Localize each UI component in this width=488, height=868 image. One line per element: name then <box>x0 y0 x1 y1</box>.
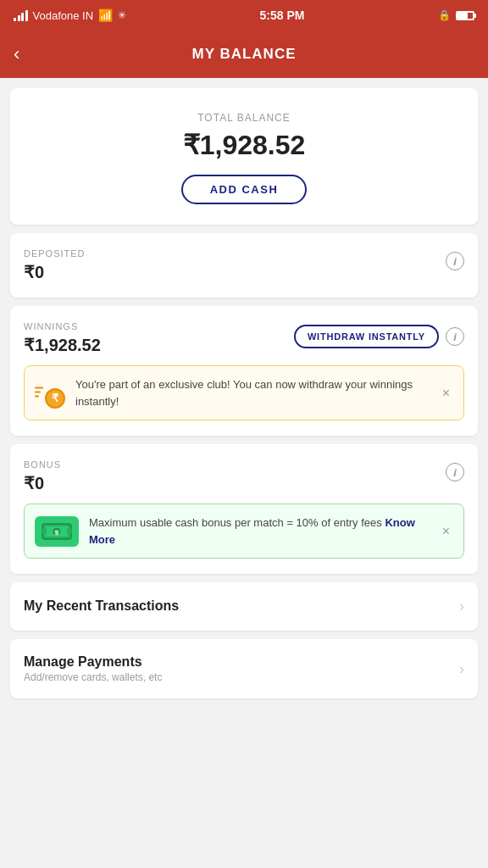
status-bar-time: 5:58 PM <box>260 8 305 22</box>
status-bar: Vodafone IN 📶 ✳ 5:58 PM 🔒 <box>0 0 488 31</box>
recent-transactions-title: My Recent Transactions <box>24 598 179 614</box>
back-button[interactable]: ‹ <box>14 43 47 65</box>
winnings-section: WINNINGS ₹1,928.52 WITHDRAW INSTANTLY i … <box>10 306 478 436</box>
manage-payments-arrow: › <box>459 660 464 678</box>
battery-icon <box>456 11 474 20</box>
winnings-amount: ₹1,928.52 <box>24 335 101 355</box>
bonus-promo-text: Maximum usable cash bonus per match = 10… <box>89 515 429 548</box>
status-bar-left: Vodafone IN 📶 ✳ <box>14 8 126 22</box>
deposited-info-icon[interactable]: i <box>446 252 464 270</box>
winnings-promo-text: You're part of an exclusive club! You ca… <box>75 376 429 409</box>
winnings-promo-banner: ₹ You're part of an exclusive club! You … <box>24 365 464 420</box>
bonus-info-icon[interactable]: i <box>446 463 464 481</box>
lock-icon: 🔒 <box>438 9 451 21</box>
activity-icon: ✳ <box>118 9 126 21</box>
recent-transactions-item[interactable]: My Recent Transactions › <box>10 582 478 631</box>
deposited-section: DEPOSITED ₹0 i <box>10 233 478 298</box>
bonus-promo-banner: $ Maximum usable cash bonus per match = … <box>24 504 464 559</box>
bonus-promo-close-button[interactable]: × <box>439 522 453 541</box>
total-balance-amount: ₹1,928.52 <box>27 129 461 161</box>
svg-rect-5 <box>67 528 71 535</box>
winnings-promo-close-button[interactable]: × <box>439 384 453 403</box>
add-cash-button[interactable]: ADD CASH <box>181 175 308 204</box>
carrier-label: Vodafone IN <box>33 9 94 22</box>
deposited-label: DEPOSITED <box>24 248 86 259</box>
winnings-info: WINNINGS ₹1,928.52 <box>24 321 101 355</box>
bonus-amount: ₹0 <box>24 473 61 493</box>
total-balance-label: TOTAL BALANCE <box>27 112 461 124</box>
main-content: TOTAL BALANCE ₹1,928.52 ADD CASH DEPOSIT… <box>0 78 488 717</box>
bonus-section: BONUS ₹0 i $ Maximum usable cash bon <box>10 444 478 574</box>
deposited-info: DEPOSITED ₹0 <box>24 248 86 282</box>
page-title: MY BALANCE <box>47 46 441 63</box>
withdraw-instantly-button[interactable]: WITHDRAW INSTANTLY <box>294 325 439 348</box>
wifi-icon: 📶 <box>98 8 113 22</box>
winnings-label: WINNINGS <box>24 321 101 331</box>
header: ‹ MY BALANCE <box>0 31 488 78</box>
svg-text:$: $ <box>55 529 59 537</box>
recent-transactions-arrow: › <box>459 598 464 615</box>
balance-card: TOTAL BALANCE ₹1,928.52 ADD CASH <box>10 88 478 225</box>
flying-coin-icon: ₹ <box>35 378 65 409</box>
manage-payments-subtitle: Add/remove cards, wallets, etc <box>24 671 162 683</box>
signal-bars-icon <box>14 10 28 21</box>
bonus-promo-prefix: Maximum usable cash bonus per match = 10… <box>89 516 385 529</box>
deposited-amount: ₹0 <box>24 262 86 282</box>
status-bar-right: 🔒 <box>438 9 474 21</box>
bonus-info: BONUS ₹0 <box>24 459 61 493</box>
bonus-label: BONUS <box>24 459 61 470</box>
manage-payments-item[interactable]: Manage Payments Add/remove cards, wallet… <box>10 639 478 698</box>
cash-icon: $ <box>35 516 79 547</box>
svg-rect-4 <box>42 528 47 535</box>
manage-payments-title: Manage Payments <box>24 654 162 670</box>
winnings-info-icon[interactable]: i <box>446 327 464 346</box>
